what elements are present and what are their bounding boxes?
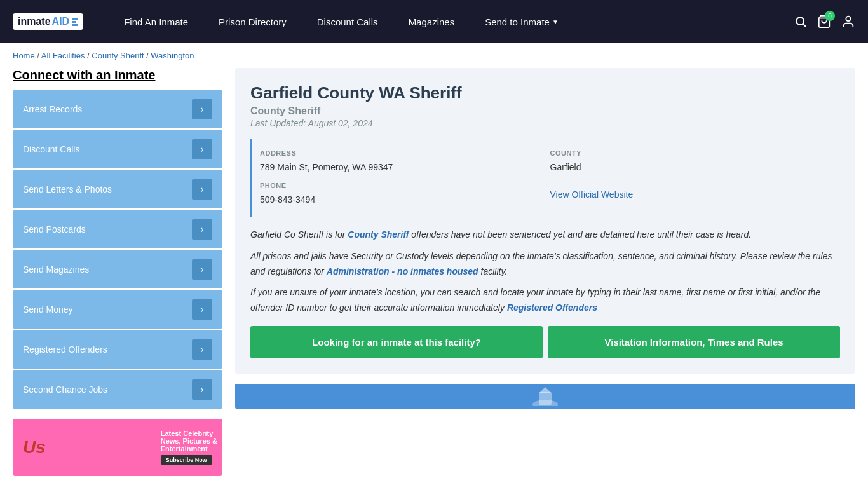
main-layout: Connect with an Inmate Arrest Records › … [0,68,868,488]
user-button[interactable] [841,15,855,29]
sidebar-item-arrest-records[interactable]: Arrest Records › [13,90,222,128]
nav-links: Find An Inmate Prison Directory Discount… [109,0,794,43]
desc1b-text: offenders have not been sentenced yet an… [409,229,751,240]
cart-badge: 0 [825,11,835,21]
arrow-icon: › [192,299,212,320]
arrow-icon: › [192,379,212,400]
facility-title: Garfield County WA Sheriff [250,83,840,103]
sidebar-item-send-magazines[interactable]: Send Magazines › [13,250,222,288]
arrow-icon: › [192,99,212,119]
logo-bars-icon [72,18,78,26]
sidebar: Connect with an Inmate Arrest Records › … [13,68,222,476]
highlight-registered-offenders[interactable]: Registered Offenders [507,302,597,313]
ad-content: Latest Celebrity News, Pictures & Entert… [161,430,217,465]
arrow-icon: › [192,259,212,280]
logo[interactable]: inmate AID [13,13,83,30]
cart-button[interactable]: 0 [817,15,831,29]
arrow-icon: › [192,339,212,360]
sidebar-item-send-money[interactable]: Send Money › [13,290,222,329]
desc1-text: Garfield Co Sheriff is for [250,229,348,240]
user-icon [841,15,855,29]
find-inmate-button[interactable]: Looking for an inmate at this facility? [250,326,543,359]
sidebar-item-registered-offenders[interactable]: Registered Offenders › [13,330,222,369]
nav-prison-directory[interactable]: Prison Directory [203,0,302,43]
nav-magazines[interactable]: Magazines [393,0,470,43]
nav-find-inmate[interactable]: Find An Inmate [109,0,203,43]
address-col: ADDRESS 789 Main St, Pomeroy, WA 99347 P… [260,149,550,207]
breadcrumb-state[interactable]: Washington [151,51,194,60]
county-value: Garfield [550,161,828,174]
sidebar-item-send-letters[interactable]: Send Letters & Photos › [13,170,222,208]
facility-updated: Last Updated: August 02, 2024 [250,118,840,128]
search-button[interactable] [794,15,807,28]
arrow-icon: › [192,179,212,200]
logo-aid-text: AID [52,16,70,27]
ad-logo: Us [23,437,46,458]
main-content: Garfield County WA Sheriff County Sherif… [235,68,855,476]
facility-card: Garfield County WA Sheriff County Sherif… [235,68,855,374]
ad-banner[interactable]: Us Latest Celebrity News, Pictures & Ent… [13,419,222,476]
sidebar-item-send-postcards[interactable]: Send Postcards › [13,210,222,248]
main-nav: inmate AID Find An Inmate Prison Directo… [0,0,868,43]
arrow-icon: › [192,139,212,159]
county-label: COUNTY [550,149,828,157]
arrow-icon: › [192,219,212,240]
desc2b-text: facility. [478,266,508,276]
highlight-admin[interactable]: Administration - no inmates housed [327,266,478,276]
website-link[interactable]: View Official Website [550,189,634,200]
county-col: COUNTY Garfield View Official Website [550,149,841,207]
decorative-icon [520,387,571,406]
address-value: 789 Main St, Pomeroy, WA 99347 [260,161,538,174]
breadcrumb-home[interactable]: Home [13,51,35,60]
search-icon [794,15,807,28]
dropdown-arrow-icon: ▼ [552,18,559,25]
facility-type: County Sheriff [250,105,840,117]
svg-marker-6 [539,387,552,393]
sidebar-item-discount-calls[interactable]: Discount Calls › [13,130,222,168]
facility-details: ADDRESS 789 Main St, Pomeroy, WA 99347 P… [250,139,840,217]
breadcrumb-county-sheriff[interactable]: County Sheriff [92,51,144,60]
svg-point-3 [846,17,850,21]
address-label: ADDRESS [260,149,538,157]
highlight-county-sheriff: County Sheriff [348,229,409,240]
ad-subscribe-button[interactable]: Subscribe Now [161,455,212,465]
sidebar-title: Connect with an Inmate [13,68,222,83]
breadcrumb: Home / All Facilities / County Sheriff /… [0,43,868,68]
action-buttons: Looking for an inmate at this facility? … [250,326,840,359]
svg-rect-5 [539,392,552,405]
sidebar-item-second-chance-jobs[interactable]: Second Chance Jobs › [13,370,222,409]
phone-value: 509-843-3494 [260,193,538,207]
nav-icons: 0 [794,15,855,29]
svg-line-1 [803,24,806,27]
facility-description: Garfield Co Sheriff is for County Sherif… [250,227,840,316]
svg-point-0 [796,17,804,25]
logo-inmate-text: inmate [18,16,51,27]
breadcrumb-all-facilities[interactable]: All Facilities [41,51,85,60]
visitation-button[interactable]: Visitation Information, Times and Rules [548,326,840,359]
nav-send-to-inmate[interactable]: Send to Inmate ▼ [470,0,574,43]
nav-discount-calls[interactable]: Discount Calls [302,0,393,43]
sidebar-menu: Arrest Records › Discount Calls › Send L… [13,90,222,409]
bottom-blue-section [235,384,855,409]
phone-label: PHONE [260,182,538,189]
